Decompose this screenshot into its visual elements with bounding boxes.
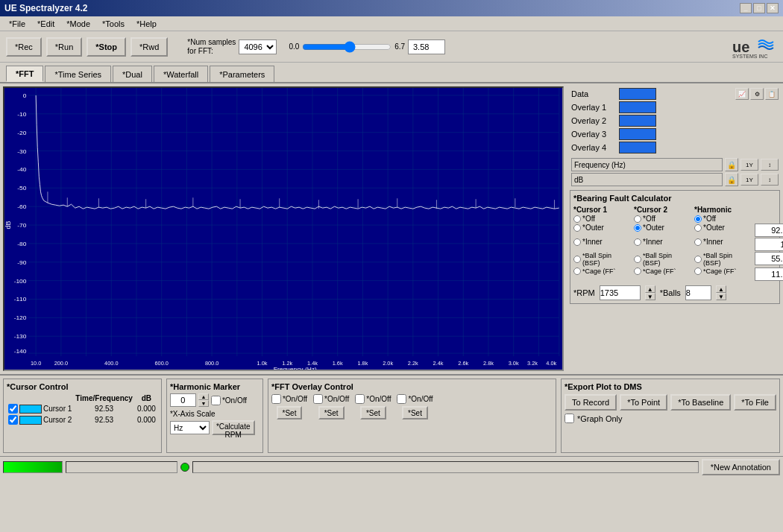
harm-cage[interactable]: *Cage (FF` [694, 267, 754, 275]
fft-onoff3-checkbox[interactable] [355, 394, 365, 404]
menu-tools[interactable]: *Tools [96, 19, 130, 29]
chart-area[interactable]: 0 -10 -20 -30 -40 -50 -60 -70 -80 -90 -1… [3, 86, 564, 371]
fft-onoff2-label: *On/Off [324, 395, 349, 403]
col-time-freq: Time/Frequency [73, 393, 135, 403]
db-icon-1[interactable]: 1Y [740, 174, 758, 186]
gain-slider[interactable] [302, 41, 392, 53]
balls-input[interactable]: 8 [685, 285, 711, 300]
harmonic-onoff-checkbox[interactable] [211, 396, 221, 405]
cursor1-checkbox[interactable] [8, 404, 18, 414]
new-annotation-button[interactable]: *New Annotation [702, 459, 780, 475]
overlay3-color[interactable] [619, 128, 656, 140]
fft-onoff2-checkbox[interactable] [313, 394, 323, 404]
freq-icon-1[interactable]: 1Y [740, 159, 758, 171]
cursor2-db: 0.000 [137, 416, 156, 424]
cursor1-ball[interactable]: *Ball Spin(BSF) [573, 252, 633, 267]
chart-icon-3[interactable]: 📋 [765, 88, 779, 100]
cursor2-off[interactable]: *Off [634, 215, 694, 223]
overlay1-color[interactable] [619, 101, 656, 113]
menu-file[interactable]: *File [3, 19, 31, 29]
to-file-button[interactable]: *To File [734, 394, 776, 411]
tab-parameters[interactable]: *Parameters [210, 66, 274, 82]
rwd-button[interactable]: *Rwd [130, 37, 168, 57]
to-point-button[interactable]: *To Point [620, 394, 667, 411]
tab-fft[interactable]: *FFT [6, 66, 43, 82]
svg-text:200.0: 200.0 [54, 361, 68, 367]
overlay2-row: Overlay 2 [571, 115, 779, 127]
rpm-input[interactable]: 1735 [600, 285, 641, 300]
overlay4-color[interactable] [619, 142, 656, 153]
val2-input[interactable]: 138.8 [755, 238, 783, 251]
fft-onoff4-checkbox[interactable] [397, 394, 406, 404]
rpm-up-button[interactable]: ▲ [645, 285, 655, 293]
run-button[interactable]: *Run [46, 37, 82, 57]
harm-outer[interactable]: *Outer [694, 224, 754, 232]
harmonic-up-button[interactable]: ▲ [198, 393, 209, 400]
rpm-down-button[interactable]: ▼ [645, 293, 655, 300]
chart-icon-1[interactable]: 📈 [735, 88, 749, 100]
cursor1-cage[interactable]: *Cage (FF` [573, 267, 633, 275]
db-icon-2[interactable]: ↕ [761, 174, 779, 186]
rec-button[interactable]: *Rec [6, 37, 42, 57]
to-record-button[interactable]: To Record [565, 394, 617, 411]
fft-onoff1-checkbox[interactable] [271, 394, 281, 404]
stop-button[interactable]: *Stop [87, 37, 126, 57]
rpm-label: *RPM [573, 288, 595, 297]
data-color-swatch[interactable] [619, 88, 656, 100]
svg-text:-60: -60 [17, 203, 27, 210]
cursor2-ball[interactable]: *Ball Spin(BSF) [634, 252, 694, 267]
close-button[interactable]: ✕ [767, 3, 779, 13]
freq-display: Frequency (Hz) [571, 158, 723, 171]
fft-set3-button[interactable]: *Set [360, 406, 386, 419]
xaxis-select[interactable]: Hz CPM Orders [170, 421, 210, 434]
svg-text:-40: -40 [17, 167, 27, 174]
gain-input[interactable]: 3.58 [408, 39, 445, 54]
cursor1-inner[interactable]: *Inner [573, 238, 633, 246]
balls-down-button[interactable]: ▼ [716, 293, 726, 300]
harmonic-input[interactable]: 0 [170, 393, 196, 407]
svg-text:-70: -70 [17, 222, 27, 229]
menu-help[interactable]: *Help [130, 19, 163, 29]
val1-input[interactable]: 92.5333 [755, 224, 783, 237]
cursor1-row: Cursor 1 92.53 0.000 [7, 403, 158, 414]
chart-icon-2[interactable]: ⚙ [750, 88, 764, 100]
fft-chart: 0 -10 -20 -30 -40 -50 -60 -70 -80 -90 -1… [4, 88, 562, 370]
fft-set4-button[interactable]: *Set [402, 406, 428, 419]
cursor1-outer[interactable]: *Outer [573, 224, 633, 232]
svg-text:2.6k: 2.6k [458, 361, 468, 367]
slider-max-label: 6.7 [394, 42, 405, 51]
harmonic-down-button[interactable]: ▼ [198, 400, 209, 407]
menu-mode[interactable]: *Mode [60, 19, 96, 29]
cursor2-inner[interactable]: *Inner [634, 238, 694, 246]
overlay3-label: Overlay 3 [571, 130, 616, 139]
fft-set1-button[interactable]: *Set [277, 406, 303, 419]
cursor2-outer[interactable]: *Outer [634, 224, 694, 232]
freq-icon-2[interactable]: ↕ [761, 159, 779, 171]
val3-input[interactable]: 55.6646 [755, 252, 783, 265]
harm-ball[interactable]: *Ball Spin(BSF) [694, 252, 754, 267]
harmonic-title: *Harmonic Marker [170, 382, 260, 391]
fft-set2-button[interactable]: *Set [318, 406, 345, 419]
calculate-rpm-button[interactable]: *CalculateRPM [212, 420, 255, 435]
minimize-button[interactable]: _ [740, 3, 752, 13]
toolbar: *Rec *Run *Stop *Rwd *Num samplesfor FFT… [0, 31, 783, 63]
tab-time-series[interactable]: *Time Series [45, 66, 111, 82]
harm-inner[interactable]: *Inner [694, 238, 754, 246]
maximize-button[interactable]: □ [753, 3, 765, 13]
graph-only-checkbox[interactable] [565, 414, 574, 423]
menu-edit[interactable]: *Edit [31, 19, 60, 29]
val4-input[interactable]: 11.5667 [755, 267, 783, 281]
tab-waterfall[interactable]: *Waterfall [154, 66, 208, 82]
cursor1-off[interactable]: *Off [573, 215, 633, 223]
tab-dual[interactable]: *Dual [113, 66, 152, 82]
cursor2-cage[interactable]: *Cage (FF` [634, 267, 694, 275]
freq-lock-button[interactable]: 🔒 [725, 158, 738, 171]
window-controls[interactable]: _ □ ✕ [740, 3, 779, 13]
to-baseline-button[interactable]: *To Baseline [670, 394, 731, 411]
db-lock-button[interactable]: 🔒 [725, 173, 738, 186]
overlay2-color[interactable] [619, 115, 656, 127]
harm-off[interactable]: *Off [694, 215, 754, 223]
balls-up-button[interactable]: ▲ [716, 285, 726, 293]
cursor2-checkbox[interactable] [8, 415, 18, 425]
fft-size-select[interactable]: 4096 2048 1024 512 [239, 39, 277, 54]
